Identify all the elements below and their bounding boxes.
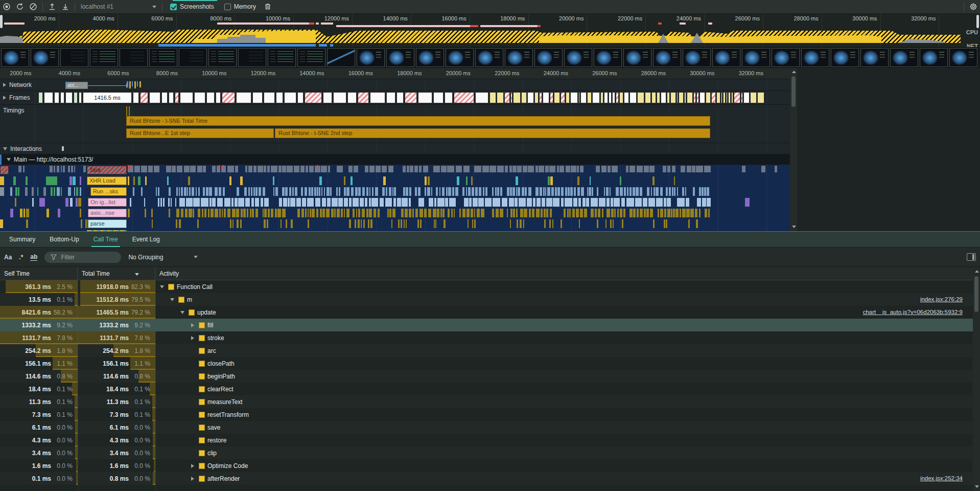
frame-bar[interactable] <box>527 92 534 103</box>
column-header-activity[interactable]: Activity <box>155 267 973 280</box>
frame-bar[interactable] <box>550 92 553 103</box>
timings-track[interactable]: Timings Rust Bhtsne - t-SNE Total TimeRu… <box>0 105 797 143</box>
frame-bar[interactable] <box>699 92 705 103</box>
main-thread-flamechart[interactable]: TaskXHR LoadRun ...sksOn ig...listaxio..… <box>0 165 797 231</box>
table-row[interactable]: 7.3 ms0.1 %7.3 ms0.1 %resetTransform <box>0 408 973 421</box>
screenshot-thumbnail[interactable] <box>890 48 918 67</box>
frame-bar[interactable] <box>133 92 139 103</box>
frame-bar[interactable] <box>693 92 696 103</box>
frame-bar[interactable] <box>696 92 698 103</box>
frame-bar[interactable] <box>651 92 656 103</box>
frame-bar[interactable] <box>741 92 743 103</box>
table-row[interactable]: 114.6 ms0.8 %114.6 ms0.8 %beginPath <box>0 370 973 383</box>
collapse-icon[interactable] <box>3 147 7 150</box>
network-request-chip[interactable]: scr... <box>65 82 88 89</box>
history-select[interactable]: localhost #1 <box>78 3 159 10</box>
network-track[interactable]: Network scr... <box>0 79 797 91</box>
tab-call-tree[interactable]: Call Tree <box>86 232 125 247</box>
frame-bar[interactable] <box>757 92 764 103</box>
table-row[interactable]: 1131.7 ms7.8 %1131.7 ms7.8 %stroke <box>0 331 973 344</box>
frame-bar[interactable] <box>264 92 275 103</box>
expand-icon[interactable] <box>3 96 6 100</box>
frame-bar[interactable] <box>539 92 542 103</box>
collapse-icon[interactable] <box>7 158 11 161</box>
table-row[interactable]: 11.3 ms0.1 %11.3 ms0.1 %measureText <box>0 395 973 408</box>
save-profile-button[interactable] <box>59 1 72 13</box>
memory-checkbox[interactable]: Memory <box>224 3 256 10</box>
capture-settings-gear-icon[interactable] <box>967 1 980 13</box>
column-header-total-time[interactable]: Total Time <box>78 267 155 280</box>
screenshot-thumbnail[interactable] <box>475 48 503 67</box>
frame-bar[interactable] <box>667 92 670 103</box>
screenshot-thumbnail[interactable] <box>594 48 622 67</box>
frame-bar[interactable] <box>716 92 721 103</box>
network-request-bar[interactable] <box>129 81 131 88</box>
screenshot-thumbnail[interactable] <box>772 48 800 67</box>
frame-duration-bar[interactable]: 1416.5 ms <box>83 92 132 103</box>
screenshot-thumbnail[interactable] <box>208 48 237 67</box>
screenshot-thumbnail[interactable] <box>712 48 740 67</box>
screenshot-thumbnail[interactable] <box>357 48 385 67</box>
screenshot-thumbnail[interactable] <box>31 48 59 67</box>
frame-bar[interactable] <box>587 92 592 103</box>
frame-bar[interactable] <box>323 92 332 103</box>
frame-bar[interactable] <box>580 92 586 103</box>
table-row[interactable]: 0.1 ms0.0 %0.8 ms0.0 %afterRenderindex.j… <box>0 472 973 485</box>
frame-bar[interactable] <box>252 92 263 103</box>
user-timing-bar[interactable]: Rust Bhtsne - t-SNE 2nd step <box>275 128 710 138</box>
screenshot-thumbnail[interactable] <box>60 48 88 67</box>
frame-bar[interactable] <box>433 92 444 103</box>
frame-bar[interactable] <box>333 92 346 103</box>
screenshot-thumbnail[interactable] <box>920 48 948 67</box>
frame-bar[interactable] <box>604 92 608 103</box>
network-request-bar[interactable] <box>132 81 133 86</box>
screenshot-thumbnail[interactable] <box>386 48 414 67</box>
scroll-down-icon[interactable] <box>975 485 979 488</box>
interaction-marker[interactable] <box>62 146 64 151</box>
frame-bar[interactable] <box>637 92 645 103</box>
frame-bar[interactable] <box>370 92 385 103</box>
frame-bar[interactable] <box>405 92 417 103</box>
record-button[interactable] <box>0 1 13 13</box>
frame-bar[interactable] <box>684 92 686 103</box>
frame-bar[interactable] <box>358 92 369 103</box>
frame-bar[interactable] <box>386 92 395 103</box>
frame-bar[interactable] <box>543 92 550 103</box>
frame-bar[interactable] <box>657 92 661 103</box>
frame-bar[interactable] <box>347 92 357 103</box>
scrollbar-thumb[interactable] <box>791 76 796 107</box>
show-details-panel-icon[interactable] <box>967 253 976 261</box>
reload-and-record-button[interactable] <box>13 1 27 13</box>
expanded-icon[interactable] <box>160 285 164 288</box>
frame-bar[interactable] <box>521 92 527 103</box>
flame-event-on-ig---list[interactable]: On ig...list <box>88 198 127 207</box>
frame-bar[interactable] <box>222 92 235 103</box>
frame-bar[interactable] <box>305 92 322 103</box>
long-task-bar[interactable] <box>0 166 9 174</box>
source-link[interactable]: chart__js_auto.js?v=06d2063b:5932:9 <box>863 306 963 319</box>
screenshot-thumbnail[interactable] <box>623 48 651 67</box>
frame-bar[interactable] <box>497 92 503 103</box>
expanded-icon[interactable] <box>180 311 184 314</box>
table-row[interactable]: 3.4 ms0.0 %3.4 ms0.0 %clip <box>0 447 973 459</box>
table-row[interactable]: 1.6 ms0.0 %1.6 ms0.0 %Optimize Code <box>0 459 973 472</box>
frame-bar[interactable] <box>44 92 53 103</box>
screenshot-thumbnail[interactable] <box>801 48 829 67</box>
frame-bar[interactable] <box>475 92 488 103</box>
tab-event-log[interactable]: Event Log <box>125 232 167 247</box>
tab-bottom-up[interactable]: Bottom-Up <box>42 232 86 247</box>
table-row[interactable]: 6.1 ms0.0 %6.1 ms0.0 %save <box>0 421 973 434</box>
frame-bar[interactable] <box>706 92 711 103</box>
expand-icon[interactable] <box>3 83 6 87</box>
table-row[interactable]: 361.3 ms2.5 %11918.0 ms82.3 %Function Ca… <box>0 280 973 293</box>
main-thread-header[interactable]: Main — http://localhost:5173/ <box>0 154 797 165</box>
screenshot-thumbnail[interactable] <box>297 48 325 67</box>
screenshot-thumbnail[interactable] <box>238 48 266 67</box>
table-row[interactable]: 4.3 ms0.0 %4.3 ms0.0 %restore <box>0 434 973 447</box>
tab-summary[interactable]: Summary <box>2 232 42 247</box>
frame-bar[interactable] <box>284 92 296 103</box>
collapsed-icon[interactable] <box>191 464 194 468</box>
flame-event-run----sks[interactable]: Run ...sks <box>90 187 127 196</box>
frame-bar[interactable] <box>592 92 600 103</box>
frame-bar[interactable] <box>454 92 474 103</box>
